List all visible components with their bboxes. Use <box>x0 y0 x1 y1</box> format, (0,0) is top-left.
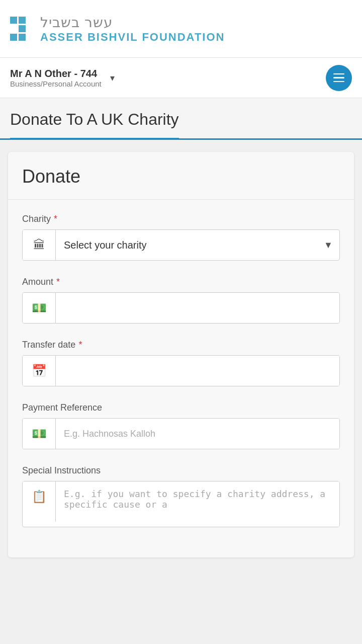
grid-cell <box>19 17 26 24</box>
money-icon: 💵 <box>32 301 47 315</box>
account-details: Mr A N Other - 744 Business/Personal Acc… <box>10 68 102 88</box>
calendar-icon: 📅 <box>32 364 47 378</box>
hamburger-icon <box>333 73 344 83</box>
logo-text: עשר בשביל ASSER BISHVIL FOUNDATION <box>40 14 225 44</box>
charity-label: Charity * <box>22 214 340 224</box>
transfer-date-required-star: * <box>78 340 82 350</box>
account-info[interactable]: Mr A N Other - 744 Business/Personal Acc… <box>10 68 118 88</box>
bank-icon: 🏛 <box>33 238 45 252</box>
logo-hebrew-text: עשר בשביל <box>40 14 113 31</box>
grid-cell <box>19 34 26 41</box>
account-type: Business/Personal Account <box>10 79 102 88</box>
special-instructions-field-group: Special Instructions 📋 <box>22 465 340 527</box>
logo: עשר בשביל ASSER BISHVIL FOUNDATION <box>10 14 225 44</box>
account-name: Mr A N Other - 744 <box>10 68 102 79</box>
charity-icon-box: 🏛 <box>23 230 56 260</box>
form-card: Donate Charity * 🏛 Select your charity ▼ <box>8 152 354 557</box>
form-card-header: Donate <box>8 152 354 200</box>
menu-line <box>333 77 344 78</box>
payment-reference-input[interactable] <box>56 419 339 449</box>
form-body: Charity * 🏛 Select your charity ▼ Amount <box>8 200 354 557</box>
transfer-date-input-wrapper: 📅 <box>22 355 340 386</box>
page-title: Donate To A UK Charity <box>10 110 179 140</box>
grid-cell <box>27 17 34 24</box>
amount-input-wrapper: 💵 <box>22 292 340 324</box>
main-content: Donate Charity * 🏛 Select your charity ▼ <box>0 140 362 570</box>
payment-reference-input-wrapper: 💵 <box>22 418 340 449</box>
account-bar: Mr A N Other - 744 Business/Personal Acc… <box>0 58 362 98</box>
amount-field-group: Amount * 💵 <box>22 277 340 324</box>
page-title-area: Donate To A UK Charity <box>0 98 362 140</box>
menu-line <box>333 73 344 75</box>
grid-cell <box>10 34 17 41</box>
header: עשר בשביל ASSER BISHVIL FOUNDATION <box>0 0 362 58</box>
payment-icon: 💵 <box>32 427 47 441</box>
payment-reference-icon-box: 💵 <box>23 419 56 449</box>
amount-label: Amount * <box>22 277 340 287</box>
special-instructions-icon-box: 📋 <box>23 481 56 522</box>
grid-cell <box>10 25 17 32</box>
charity-required-star: * <box>54 214 57 224</box>
grid-cell <box>10 17 17 24</box>
grid-cell <box>19 25 26 32</box>
form-card-title: Donate <box>22 166 340 187</box>
transfer-date-label: Transfer date * <box>22 340 340 350</box>
logo-grid-icon <box>10 17 34 41</box>
special-instructions-label: Special Instructions <box>22 465 340 476</box>
logo-english-text: ASSER BISHVIL FOUNDATION <box>40 31 225 44</box>
transfer-date-icon-box: 📅 <box>23 356 56 386</box>
grid-cell <box>27 34 34 41</box>
charity-field-group: Charity * 🏛 Select your charity ▼ <box>22 214 340 261</box>
charity-select-wrapper: 🏛 Select your charity ▼ <box>22 229 340 261</box>
note-icon: 📋 <box>32 490 47 504</box>
payment-reference-label: Payment Reference <box>22 403 340 413</box>
transfer-date-field-group: Transfer date * 📅 <box>22 340 340 386</box>
amount-input[interactable] <box>56 293 339 323</box>
transfer-date-input[interactable] <box>56 356 339 386</box>
select-arrow-icon: ▼ <box>317 240 339 251</box>
special-instructions-textarea-wrapper: 📋 <box>22 481 340 527</box>
special-instructions-textarea[interactable] <box>56 481 339 527</box>
amount-icon-box: 💵 <box>23 293 56 323</box>
menu-line <box>333 81 344 83</box>
chevron-down-icon[interactable]: ▾ <box>108 73 118 83</box>
grid-cell <box>27 25 34 32</box>
amount-required-star: * <box>56 277 60 287</box>
charity-select[interactable]: Select your charity <box>56 232 317 258</box>
payment-reference-field-group: Payment Reference 💵 <box>22 403 340 449</box>
menu-button[interactable] <box>326 65 352 91</box>
